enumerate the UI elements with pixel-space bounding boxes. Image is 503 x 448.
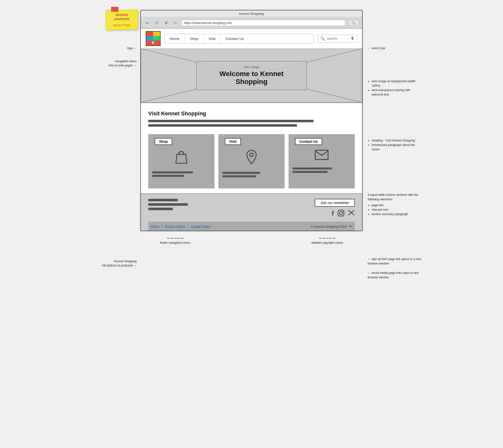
contact-line-2 xyxy=(293,171,328,173)
hero-overlay: Hero Image Welcome to Kennet Shopping xyxy=(196,61,307,90)
back-button[interactable]: ⇦ xyxy=(144,19,151,26)
footer-cookie-link[interactable]: Cookie Policy xyxy=(188,224,213,228)
intro-line-1 xyxy=(148,120,314,122)
sticky-line2: wireframe xyxy=(114,17,129,21)
browser-titlebar: Kennet Shopping xyxy=(141,10,362,17)
site-header: K Home Shop Visit Contact Us 🔍 🎙 xyxy=(141,29,362,49)
footer-address xyxy=(148,199,188,212)
logo-green xyxy=(153,36,160,41)
nav-menu: Home Shop Visit Contact Us xyxy=(165,34,314,43)
nav-annotation: navigation menulinks to web pages → xyxy=(86,59,137,68)
shop-text xyxy=(152,171,210,178)
page-wrapper: desktop wireframe Home Page logo ← navig… xyxy=(140,10,363,438)
logo-yellow xyxy=(153,32,160,36)
logo-annotation: logo ← xyxy=(96,46,137,50)
sticky-title: desktop wireframe xyxy=(109,13,135,21)
svg-rect-4 xyxy=(315,150,328,160)
search-icon: 🔍 xyxy=(320,36,325,41)
svg-point-3 xyxy=(250,153,253,157)
hero-title: Welcome to Kennet Shopping xyxy=(207,70,296,86)
website-content: K Home Shop Visit Contact Us 🔍 🎙 xyxy=(141,29,362,231)
visit-icon xyxy=(246,149,257,167)
browser-toolbar: ⇦ ⇧ ✕ ⌂ https://www.kennet-shopping.com … xyxy=(141,17,362,29)
visit-text xyxy=(222,172,281,179)
shop-link[interactable]: Shop xyxy=(155,138,172,145)
copyright-annotation: ⌣⌣⌣⌣⌣ website copyright notice xyxy=(311,235,343,244)
address-line-1 xyxy=(148,199,178,201)
visit-section-annotation: Heading - 'Visit Kennet Shopping' Introd… xyxy=(368,138,422,152)
shop-line-2 xyxy=(152,175,184,177)
shop-line-1 xyxy=(152,171,193,173)
social-annotation: ← social media page links open in new br… xyxy=(368,271,422,280)
three-col-annotation: 3 equal width column sections with the f… xyxy=(368,193,422,216)
shop-icon xyxy=(174,149,188,167)
twitter-icon[interactable] xyxy=(348,210,355,218)
logo-top xyxy=(146,32,160,41)
three-columns: Shop xyxy=(148,134,355,188)
logo-red xyxy=(146,32,153,36)
forward-button[interactable]: ⇧ xyxy=(153,19,160,26)
nav-contact[interactable]: Contact Us xyxy=(221,34,249,43)
social-icons: f xyxy=(332,210,355,218)
contact-column: Contact Us xyxy=(289,134,355,188)
hero-annotation: hero image as background (width 100%) se… xyxy=(368,79,422,97)
contact-text xyxy=(293,167,351,174)
section-heading: Visit Kennet Shopping xyxy=(148,110,355,117)
url-text: https://www.kennet-shopping.com xyxy=(184,21,232,25)
main-content: Visit Kennet Shopping Shop xyxy=(141,103,362,188)
logo-letter: K xyxy=(146,41,160,45)
sticky-note: desktop wireframe Home Page xyxy=(105,10,138,30)
url-bar[interactable]: https://www.kennet-shopping.com xyxy=(181,20,345,26)
shop-column: Shop xyxy=(148,134,214,188)
logo[interactable]: K xyxy=(146,31,161,46)
footer-home-link[interactable]: Home xyxy=(148,224,162,228)
address-annotation: Kennet Shoppingfull address & postcode → xyxy=(86,259,137,268)
nav-shop[interactable]: Shop xyxy=(185,34,204,43)
search-bar-annotation: ← search bar xyxy=(368,46,417,50)
footer-nav-annotation: ⌣⌣⌣⌣⌣ footer navigation menu xyxy=(160,235,190,244)
sticky-line3: Home Page xyxy=(109,23,135,27)
contact-line-1 xyxy=(293,167,332,169)
search-bar: 🔍 🎙 xyxy=(318,35,357,43)
address-line-2 xyxy=(148,203,188,206)
hero-label: Hero Image xyxy=(207,65,296,69)
footer-copyright: © Kennet Shopping 2024 ✏ xyxy=(311,224,355,229)
contact-icon xyxy=(314,149,329,163)
svg-point-7 xyxy=(342,211,343,212)
contact-link[interactable]: Contact Us xyxy=(295,138,322,145)
visit-line-1 xyxy=(222,172,260,174)
newsletter-annotation: ← sign up form page link opens in a new … xyxy=(368,257,422,266)
home-button[interactable]: ⌂ xyxy=(172,19,179,26)
intro-line-2 xyxy=(148,124,297,127)
intro-lines xyxy=(148,120,355,127)
sticky-line1: desktop xyxy=(116,13,128,17)
close-button[interactable]: ✕ xyxy=(163,19,169,26)
svg-rect-5 xyxy=(338,210,344,216)
site-footer: Join our newsletter f xyxy=(141,193,362,231)
mic-icon[interactable]: 🎙 xyxy=(351,36,355,41)
footer-top: Join our newsletter f xyxy=(148,199,355,218)
browser-chrome: Kennet Shopping ⇦ ⇧ ✕ ⌂ https://www.kenn… xyxy=(140,10,363,231)
footer-privacy-link[interactable]: Privacy Policy xyxy=(163,224,188,228)
address-line-3 xyxy=(148,208,173,210)
instagram-icon[interactable] xyxy=(337,210,344,218)
nav-visit[interactable]: Visit xyxy=(204,34,221,43)
bottom-annotations: ⌣⌣⌣⌣⌣ footer navigation menu ⌣⌣⌣⌣⌣ websi… xyxy=(140,232,363,247)
copyright-icon: ✏ xyxy=(349,224,352,228)
browser-title: Kennet Shopping xyxy=(239,12,264,16)
hero-section: Hero Image Welcome to Kennet Shopping xyxy=(141,49,362,103)
footer-right: Join our newsletter f xyxy=(315,199,355,218)
visit-column: Visit xyxy=(218,134,285,188)
logo-blue xyxy=(146,36,153,41)
browser-search-button[interactable]: 🔍 xyxy=(348,20,359,26)
footer-nav: Home | Privacy Policy | Cookie Policy © … xyxy=(148,222,355,231)
search-input[interactable] xyxy=(327,37,349,41)
newsletter-button[interactable]: Join our newsletter xyxy=(315,199,355,207)
svg-point-6 xyxy=(339,212,342,215)
facebook-icon[interactable]: f xyxy=(332,210,334,218)
nav-home[interactable]: Home xyxy=(165,34,185,43)
visit-link[interactable]: Visit xyxy=(225,138,241,145)
visit-line-2 xyxy=(222,175,256,177)
